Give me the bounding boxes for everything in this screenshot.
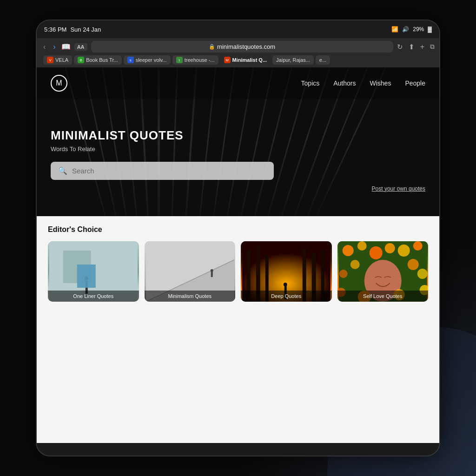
card-deep[interactable]: Deep Quotes <box>241 241 332 302</box>
tab-label-3: sleeper volv... <box>136 57 167 63</box>
svg-point-26 <box>350 260 359 269</box>
card-label-2: Minimalism Quotes <box>145 291 236 302</box>
hero-content: MINIMALIST QUOTES Words To Relate 🔍 Sear… <box>37 99 439 216</box>
time: 5:36 PM <box>44 26 66 33</box>
battery-icon: ▓ <box>428 26 432 33</box>
post-quotes-link[interactable]: Post your own quotes <box>372 185 425 192</box>
card-self-love[interactable]: Self Love Quotes <box>337 241 429 302</box>
browser-tab-4[interactable]: t treehouse -... <box>172 55 218 65</box>
url-text: minimalistquotes.com <box>217 43 275 50</box>
tab-favicon-4: t <box>176 57 183 63</box>
new-tab-button[interactable]: + <box>420 43 424 51</box>
nav-topics[interactable]: Topics <box>301 79 320 87</box>
website-content: M Topics Authors Wishes People MINIMALIS… <box>37 67 439 443</box>
tab-favicon-5: M <box>224 57 231 63</box>
svg-point-28 <box>339 270 347 278</box>
nav-people[interactable]: People <box>405 79 425 87</box>
svg-point-25 <box>413 241 422 251</box>
site-logo[interactable]: M <box>51 75 67 92</box>
card-label-4: Self Love Quotes <box>337 291 429 302</box>
date: Sun 24 Jan <box>70 26 101 33</box>
svg-point-9 <box>210 269 213 272</box>
browser-chrome: ‹ › 📖 AA 🔒 minimalistquotes.com ↻ ⬆ + ⧉ <box>37 38 439 67</box>
reload-button[interactable]: ↻ <box>397 43 403 51</box>
search-bar[interactable]: 🔍 Search <box>51 162 274 180</box>
share-button[interactable]: ⬆ <box>409 43 415 51</box>
tab-label-5: Minimalist Q... <box>232 57 267 63</box>
svg-point-21 <box>357 241 366 251</box>
section-title: Editor's Choice <box>48 225 428 234</box>
signal-icon: 🔊 <box>402 26 409 33</box>
svg-point-22 <box>369 246 382 259</box>
svg-rect-8 <box>211 271 212 277</box>
url-bar[interactable]: 🔒 minimalistquotes.com <box>91 41 393 53</box>
tab-label-4: treehouse -... <box>185 57 215 63</box>
site-nav: M Topics Authors Wishes People <box>37 67 439 99</box>
svg-point-20 <box>342 245 353 256</box>
svg-point-29 <box>417 269 427 279</box>
battery-percent: 29% <box>413 26 424 33</box>
lock-icon: 🔒 <box>209 44 215 50</box>
aa-button[interactable]: AA <box>74 43 87 51</box>
tab-label-7: e... <box>319 57 326 63</box>
nav-links: Topics Authors Wishes People <box>301 79 425 87</box>
logo-letter: M <box>56 79 62 87</box>
hero-title: MINIMALIST QUOTES <box>51 128 425 143</box>
browser-tab-6[interactable]: Jaipur, Rajas... <box>272 55 314 65</box>
cards-section: Editor's Choice <box>37 216 439 443</box>
search-icon: 🔍 <box>58 166 67 175</box>
browser-tab-2[interactable]: B Book Bus Tr... <box>74 55 121 65</box>
cards-grid: One Liner Quotes <box>48 241 428 302</box>
nav-authors[interactable]: Authors <box>333 79 356 87</box>
hero-subtitle: Words To Relate <box>51 145 425 152</box>
card-label-3: Deep Quotes <box>241 291 332 302</box>
browser-tab-1[interactable]: V VELA <box>43 55 72 65</box>
browser-tab-3[interactable]: s sleeper volv... <box>124 55 171 65</box>
back-button[interactable]: ‹ <box>41 42 47 52</box>
tab-label-6: Jaipur, Rajas... <box>276 57 310 63</box>
tab-label-2: Book Bus Tr... <box>86 57 118 63</box>
tab-favicon-1: V <box>47 57 53 63</box>
tabs-bar: V VELA B Book Bus Tr... s sleeper volv..… <box>41 55 435 65</box>
nav-wishes[interactable]: Wishes <box>370 79 391 87</box>
tab-favicon-2: B <box>78 57 84 63</box>
card-label-1: One Liner Quotes <box>48 291 139 302</box>
tablet: 5:36 PM Sun 24 Jan 📶 🔊 29% ▓ ‹ › 📖 AA 🔒 … <box>36 20 440 456</box>
tabs-overview-button[interactable]: ⧉ <box>430 43 435 51</box>
wifi-icon: 📶 <box>391 26 398 33</box>
search-input-placeholder[interactable]: Search <box>72 167 94 175</box>
status-bar: 5:36 PM Sun 24 Jan 📶 🔊 29% ▓ <box>37 20 439 38</box>
browser-tab-7[interactable]: e... <box>316 55 330 65</box>
card-minimalism[interactable]: Minimalism Quotes <box>145 241 236 302</box>
hero-section: M Topics Authors Wishes People MINIMALIS… <box>37 67 439 216</box>
forward-button[interactable]: › <box>51 42 57 52</box>
svg-point-23 <box>384 243 395 253</box>
svg-point-27 <box>407 259 418 270</box>
card-one-liner[interactable]: One Liner Quotes <box>48 241 139 302</box>
svg-point-18 <box>284 283 287 286</box>
browser-tab-5[interactable]: M Minimalist Q... <box>220 55 271 65</box>
tab-favicon-3: s <box>127 57 134 63</box>
svg-point-24 <box>397 245 410 257</box>
svg-rect-4 <box>77 264 96 288</box>
tab-label-1: VELA <box>55 57 68 63</box>
bookmarks-button[interactable]: 📖 <box>61 42 71 51</box>
